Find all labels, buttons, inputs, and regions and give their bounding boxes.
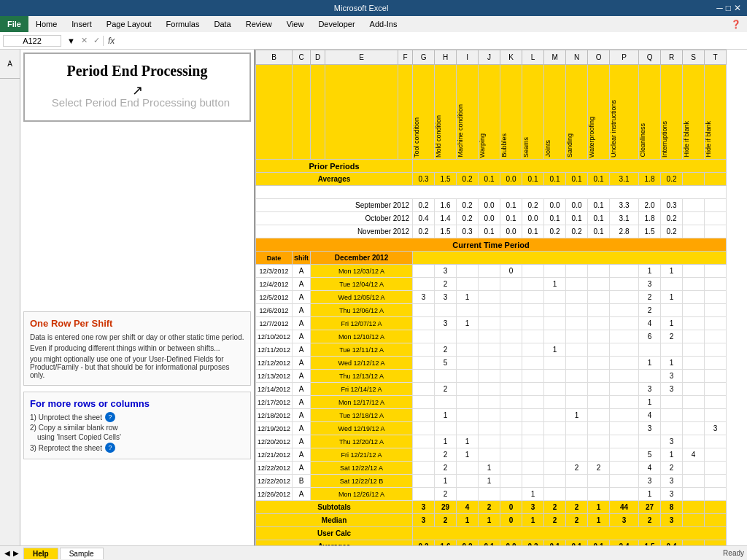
- prior-avg-9: 3.1: [610, 173, 639, 186]
- pep-title: Period End Processing: [32, 63, 242, 79]
- col-cleanliness: Cleanliness: [639, 65, 661, 160]
- data-row-1219: 12/19/2012 A Wed 12/19/12 A 3: [256, 422, 727, 435]
- tab-page-layout[interactable]: Page Layout: [99, 18, 159, 30]
- help-icon[interactable]: ❓: [731, 20, 741, 29]
- shift-1211: A: [293, 343, 311, 357]
- tab-insert[interactable]: Insert: [64, 18, 99, 30]
- col-t-header: T: [705, 50, 727, 65]
- tab-addins[interactable]: Add-Ins: [363, 18, 405, 30]
- help-circle-1[interactable]: ?: [105, 412, 115, 422]
- day-1221: Fri 12/21/12 A: [311, 448, 413, 462]
- col-bubbles: Bubbles: [500, 65, 522, 160]
- tab-developer[interactable]: Developer: [311, 18, 362, 30]
- day-1213: Thu 12/13/12 A: [311, 370, 413, 383]
- status-bar-ready: Ready: [723, 549, 744, 557]
- nov-2012-row: November 2012 0.2 1.5 0.3 0.1 0.0 0.1 0.…: [256, 225, 727, 238]
- sheet-prev-icon[interactable]: ◀: [3, 549, 12, 557]
- prior-avg-2: 0.2: [457, 173, 479, 186]
- col-j-header: J: [479, 50, 500, 65]
- sep-label: September 2012: [256, 199, 413, 212]
- date-1217: 12/17/2012: [256, 396, 293, 409]
- day-1203: Mon 12/03/12 A: [311, 265, 413, 278]
- shift-1221: A: [293, 448, 311, 462]
- data-row-1226: 12/26/2012 A Mon 12/26/12 A 2 1 1 3: [256, 488, 727, 501]
- maximize-icon[interactable]: □: [726, 3, 731, 13]
- median-row: Median 3 2 1 1 0 1 2 2 1 3 2 3: [256, 514, 727, 527]
- data-row-1220: 12/20/2012 A Thu 12/20/12 A 1 1 3: [256, 435, 727, 448]
- day-1226: Mon 12/26/12 A: [311, 488, 413, 501]
- shift-1213: A: [293, 370, 311, 383]
- blank-row-125: [256, 186, 727, 199]
- prior-averages-row: Averages 0.3 1.5 0.2 0.1 0.0 0.1 0.1 0.1…: [256, 173, 727, 186]
- rotated-header-spacer-e: [325, 65, 398, 160]
- cursor-icon: ↗: [32, 82, 242, 98]
- col-p-header: P: [610, 50, 639, 65]
- sheet-tab-help[interactable]: Help: [23, 548, 58, 559]
- tab-review[interactable]: Review: [239, 18, 279, 30]
- oct-label: October 2012: [256, 212, 413, 225]
- tab-view[interactable]: View: [279, 18, 311, 30]
- day-1220: Thu 12/20/12 A: [311, 435, 413, 448]
- col-i-header: I: [457, 50, 479, 65]
- data-row-1221: 12/21/2012 A Fri 12/21/12 A 2 1 5 1 4: [256, 448, 727, 462]
- december-label: December 2012: [311, 252, 413, 265]
- shift-1205: A: [293, 291, 311, 304]
- cell-reference[interactable]: A122: [3, 35, 61, 47]
- prior-avg-12: [683, 173, 705, 186]
- date-1219: 12/19/2012: [256, 422, 293, 435]
- sep-2012-row: September 2012 0.2 1.6 0.2 0.0 0.1 0.2 0…: [256, 199, 727, 212]
- expand-icon[interactable]: ▼: [64, 36, 78, 45]
- minimize-icon[interactable]: ─: [716, 3, 723, 13]
- current-averages-label: Averages: [256, 540, 413, 546]
- nov-label: November 2012: [256, 225, 413, 238]
- sheet-next-icon[interactable]: ▶: [12, 549, 20, 557]
- period-end-processing-box: Period End Processing ↗: [23, 52, 251, 122]
- col-f-header: F: [398, 50, 413, 65]
- data-row-1222b: 12/22/2012 B Sat 12/22/12 B 1 1 3 3: [256, 475, 727, 488]
- oct-2012-row: October 2012 0.4 1.4 0.2 0.0 0.1 0.0 0.1…: [256, 212, 727, 225]
- day-1222a: Sat 12/22/12 A: [311, 462, 413, 475]
- col-machine-condition: Machine condition: [457, 65, 479, 160]
- col-hide-blank-2: Hide if blank: [705, 65, 727, 160]
- current-averages-row: Averages 0.2 1.6 0.2 0.1 0.0 0.2 0.1 0.1…: [256, 540, 727, 546]
- data-row-1211: 12/11/2012 A Tue 12/11/12 A 2 1: [256, 343, 727, 357]
- day-1222b: Sat 12/22/12 B: [311, 475, 413, 488]
- shift-1219: A: [293, 422, 311, 435]
- date-1207: 12/7/2012: [256, 317, 293, 330]
- grid-panel: B C D E F G H I J K L M N O P Q R: [255, 50, 747, 545]
- current-period-header-row: Current Time Period: [256, 238, 727, 252]
- file-button[interactable]: File: [0, 16, 28, 32]
- help-circle-2[interactable]: ?: [105, 443, 115, 453]
- tab-data[interactable]: Data: [206, 18, 238, 30]
- date-1213: 12/13/2012: [256, 370, 293, 383]
- col-b-header: B: [256, 50, 293, 65]
- shift-1204: A: [293, 278, 311, 291]
- shift-1217: A: [293, 396, 311, 409]
- day-1206: Thu 12/06/12 A: [311, 304, 413, 317]
- col-d-header: D: [311, 50, 325, 65]
- day-1211: Tue 12/11/12 A: [311, 343, 413, 357]
- prior-averages-label: Averages: [256, 173, 413, 186]
- shift-1210: A: [293, 330, 311, 343]
- col-seams: Seams: [522, 65, 544, 160]
- prior-avg-10: 1.8: [639, 173, 661, 186]
- date-1221: 12/21/2012: [256, 448, 293, 462]
- date-1204: 12/4/2012: [256, 278, 293, 291]
- date-1222a: 12/22/2012: [256, 462, 293, 475]
- prior-avg-6: 0.1: [544, 173, 566, 186]
- rotated-header-spacer-f: [398, 65, 413, 160]
- more-rows-box: For more rows or columns 1) Unprotect th…: [23, 392, 251, 459]
- col-tool-condition: Tool condition: [413, 65, 435, 160]
- day-1205: Wed 12/05/12 A: [311, 291, 413, 304]
- close-icon[interactable]: ✕: [734, 3, 741, 13]
- fx-icon[interactable]: fx: [103, 36, 119, 46]
- formula-input[interactable]: [119, 36, 747, 45]
- tab-formulas[interactable]: Formulas: [159, 18, 207, 30]
- data-row-1205: 12/5/2012 A Wed 12/05/12 A 3 3 1 2 1: [256, 291, 727, 304]
- data-row-1214: 12/14/2012 A Fri 12/14/12 A 2 3 3: [256, 383, 727, 396]
- rotated-header-spacer-d: [311, 65, 325, 160]
- tab-home[interactable]: Home: [28, 18, 64, 30]
- subtotals-label: Subtotals: [256, 501, 413, 514]
- step-2: 2) Copy a similar blank row: [30, 424, 244, 432]
- sheet-tab-sample[interactable]: Sample: [60, 548, 104, 559]
